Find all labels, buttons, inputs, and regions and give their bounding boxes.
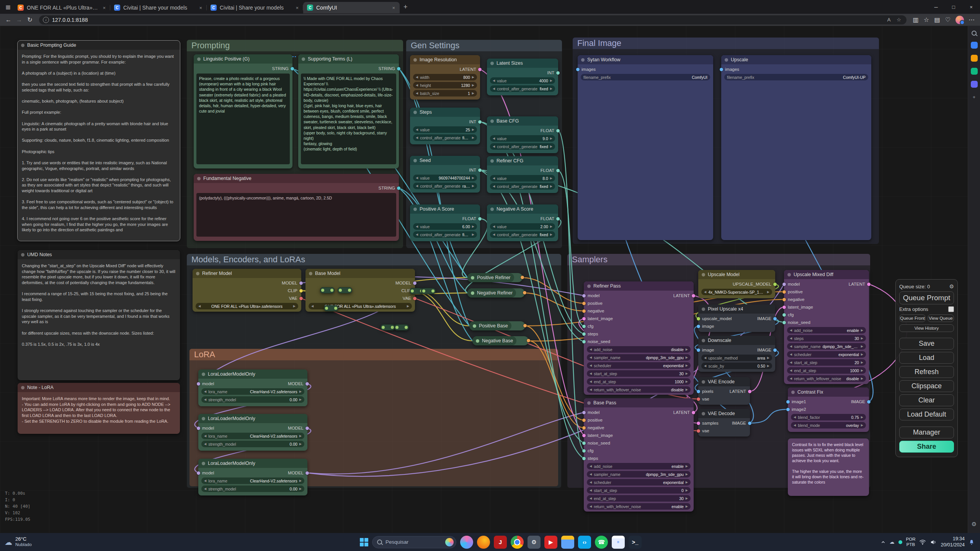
decrement-icon[interactable]: ◀ [416,233,418,236]
sidebar-add-icon[interactable]: + [971,94,978,101]
collapse-dot-icon[interactable] [476,339,479,343]
collapse-dot-icon[interactable] [702,273,705,276]
node-pixel-upscale-x4[interactable]: Pixel Upscale x4upscale_modelIMAGEimage [698,304,775,332]
output-port[interactable] [556,71,560,75]
node-contrast-fix-note[interactable]: Contrast fix is to fix the weird black l… [788,438,869,496]
settings-gear-icon[interactable]: ⚙ [949,283,954,289]
increment-icon[interactable]: ▶ [686,481,688,484]
increment-icon[interactable]: ▶ [861,353,863,356]
decrement-icon[interactable]: ◀ [204,434,206,438]
increment-icon[interactable]: ▶ [472,136,474,139]
tab-close-icon[interactable]: × [295,5,299,11]
maximize-button[interactable]: □ [945,0,962,14]
output-port[interactable] [521,276,524,279]
settings-icon[interactable]: ⚙ [528,536,541,549]
input-port[interactable] [582,309,586,313]
collapse-dot-icon[interactable] [490,208,494,211]
widget-end_at_step[interactable]: ◀end_at_step30▶ [587,495,691,502]
widget-lora_name[interactable]: ◀lora_nameClearHand-V2.safetensors▶ [201,433,304,439]
collapse-dot-icon[interactable] [21,386,24,389]
decrement-icon[interactable]: ◀ [493,233,495,236]
collapse-dot-icon[interactable] [490,119,494,123]
node-negative-base[interactable]: Negative Base [472,336,529,345]
output-port[interactable] [305,427,309,430]
volume-icon[interactable] [930,539,937,546]
chrome-icon[interactable] [511,536,524,549]
refresh-icon[interactable]: ↻ [24,15,35,25]
decrement-icon[interactable]: ◀ [790,345,792,348]
load-default-button[interactable]: Load Default [899,409,954,420]
node-reroute-2[interactable] [338,287,352,293]
read-aloud-icon[interactable]: A [886,17,892,23]
widget-filename_prefix[interactable]: filename_prefixComfyUI-UP [724,74,868,80]
wifi-icon[interactable] [919,539,926,546]
sidebar-tools-icon[interactable] [971,68,978,75]
node-reroute-6[interactable] [381,324,395,330]
decrement-icon[interactable]: ◀ [493,79,495,82]
browser-tab-comfyui[interactable]: C ComfyUI × [303,2,400,13]
input-port[interactable] [786,400,790,404]
output-port[interactable] [527,339,530,342]
input-port[interactable] [582,294,586,298]
input-port[interactable] [697,390,700,393]
widget-lora_name[interactable]: ◀lora_nameClearHand-V2.safetensors▶ [201,477,304,484]
node-steps[interactable]: StepsINT◀value25▶◀control_after_generate… [410,108,480,144]
collapse-dot-icon[interactable] [791,391,795,394]
widget-value[interactable]: ◀value96097448700244▶ [413,175,477,181]
input-port[interactable] [582,325,586,328]
onedrive-icon[interactable]: ☁ [890,539,895,545]
decrement-icon[interactable]: ◀ [493,145,495,148]
decrement-icon[interactable]: ◀ [790,329,792,332]
decrement-icon[interactable]: ◀ [590,356,592,359]
node-positive-refiner[interactable]: Positive Refiner [467,273,523,282]
output-port[interactable] [478,68,482,71]
output-port[interactable] [867,283,871,286]
node-negative-refiner[interactable]: Negative Refiner [467,288,525,298]
reroute-port[interactable] [411,289,414,293]
bing-daily-icon[interactable] [445,538,454,546]
node-downscale[interactable]: DownscaleimageIMAGE◀upscale_methodarea▶◀… [698,336,775,372]
widget-add_noise[interactable]: ◀add_noisedisable▶ [587,346,691,353]
collapse-dot-icon[interactable] [413,159,417,162]
sidebar-discover-icon[interactable] [971,42,978,49]
output-port[interactable] [692,294,695,298]
output-port[interactable] [299,281,303,285]
favorites-icon[interactable]: ☆ [921,15,932,25]
decrement-icon[interactable]: ◀ [493,225,495,228]
clock[interactable]: 19:34 20/01/2024 [941,536,965,548]
reroute-port[interactable] [391,326,394,329]
widget-blend_factor[interactable]: ◀blend_factor0.75▶ [791,414,866,420]
input-port[interactable] [782,283,786,286]
widget-height[interactable]: ◀height1280▶ [413,82,477,88]
input-port[interactable] [697,317,700,320]
decrement-icon[interactable]: ◀ [590,497,592,500]
collapse-dot-icon[interactable] [202,417,205,420]
increment-icon[interactable]: ▶ [861,415,863,419]
decrement-icon[interactable]: ◀ [493,185,495,188]
decrement-icon[interactable]: ◀ [590,473,592,476]
collapse-dot-icon[interactable] [490,62,494,65]
browser-essentials-icon[interactable]: ♡ [942,15,953,25]
more-menu-icon[interactable]: ⋯ [966,15,977,25]
node-reroute-1[interactable] [320,287,335,293]
collapse-dot-icon[interactable] [702,307,705,311]
widget-control_after_generate[interactable]: ◀control_after_generatefixed▶ [490,231,555,238]
widget-upscale_method[interactable]: ◀upscale_methodarea▶ [701,355,772,361]
input-port[interactable] [582,340,586,343]
collapse-dot-icon[interactable] [413,58,417,62]
weather-widget[interactable]: ☁ 26°C Nublado [0,536,70,547]
input-port[interactable] [582,419,586,422]
node-note-lora[interactable]: Note - LoRAImportant: More LoRA means mo… [18,383,180,434]
reroute-port[interactable] [330,289,333,292]
increment-icon[interactable]: ▶ [686,464,688,468]
input-port[interactable] [697,325,700,328]
increment-icon[interactable]: ▶ [686,380,688,383]
collapse-dot-icon[interactable] [202,373,205,376]
input-port[interactable] [582,434,586,437]
node-base-pass[interactable]: Base PassmodelLATENTpositivenegativelate… [584,398,694,512]
increment-icon[interactable]: ▶ [550,87,552,90]
decrement-icon[interactable]: ◀ [204,487,206,491]
input-port[interactable] [782,321,786,324]
increment-icon[interactable]: ▶ [472,176,474,180]
node-refiner-model[interactable]: Refiner ModelMODELCLIPVAE◀ONE FOR ALL «P… [193,269,301,312]
